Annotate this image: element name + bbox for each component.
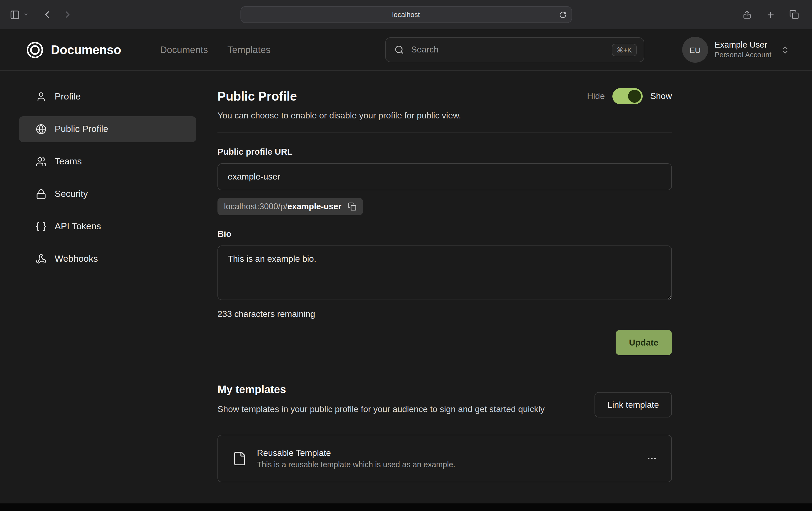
search-input[interactable] [410,44,606,55]
app-header: Documenso Documents Templates ⌘+K EU Exa… [0,29,812,71]
chevron-down-icon[interactable] [23,12,29,17]
profile-url-label: Public profile URL [218,147,672,157]
browser-window-controls [742,10,812,20]
page-title: Public Profile [218,89,297,103]
nav-templates[interactable]: Templates [228,44,271,55]
update-button[interactable]: Update [616,330,672,355]
sidebar-item-label: Webhooks [55,253,98,264]
panel-left-icon[interactable] [10,9,20,20]
hide-label: Hide [587,91,605,101]
template-description: This is a reusable template which is use… [257,460,455,469]
app-window: localhost Documenso [0,0,812,511]
toggle-knob [628,90,641,103]
ellipsis-icon [646,453,657,464]
braces-icon [36,221,47,232]
plus-icon[interactable] [766,10,775,19]
profile-url-text: localhost:3000/p/example-user [224,202,341,211]
back-icon[interactable] [42,9,53,20]
page-subtitle: You can choose to enable or disable your… [218,111,672,121]
avatar: EU [682,37,708,63]
link-template-button[interactable]: Link template [594,392,672,417]
template-card-text: Reusable Template This is a reusable tem… [257,448,455,469]
bio-label: Bio [218,229,672,239]
address-bar[interactable]: localhost [240,6,572,23]
profile-visibility-toggle[interactable] [612,88,643,104]
sidebar-item-label: API Tokens [55,221,101,232]
my-templates-title: My templates [218,383,545,396]
browser-nav-controls [0,9,73,20]
copy-icon [348,202,356,211]
address-bar-url: localhost [392,10,420,19]
my-templates-description: Show templates in your public profile fo… [218,402,545,417]
profile-url-input[interactable] [218,163,672,190]
search-icon [395,45,404,55]
template-card: Reusable Template This is a reusable tem… [218,435,672,482]
visibility-toggle-group: Hide Show [587,88,672,104]
documenso-logo-icon [26,41,44,59]
template-title: Reusable Template [257,448,455,458]
share-icon[interactable] [742,10,752,20]
forward-icon[interactable] [62,9,73,20]
profile-url-copy-pill[interactable]: localhost:3000/p/example-user [218,198,363,215]
sidebar-item-label: Teams [55,156,82,167]
chevrons-up-down-icon [781,45,790,54]
settings-sidebar: Profile Public Profile Teams Security [19,84,196,278]
sidebar-item-api-tokens[interactable]: API Tokens [19,214,196,240]
sidebar-item-security[interactable]: Security [19,181,196,207]
global-search[interactable]: ⌘+K [385,37,644,62]
public-profile-settings: Public Profile Hide Show You can choose … [218,84,672,482]
characters-remaining: 233 characters remaining [218,309,672,319]
user-account-type: Personal Account [715,51,772,60]
bio-textarea[interactable]: This is an example bio. [218,245,672,300]
sidebar-item-label: Profile [55,91,81,102]
sidebar-item-public-profile[interactable]: Public Profile [19,116,196,142]
main-nav: Documents Templates [160,44,271,55]
users-icon [36,156,47,167]
user-icon [36,91,47,102]
browser-toolbar: localhost [0,0,812,29]
sidebar-item-teams[interactable]: Teams [19,149,196,175]
profile-url-slug: example-user [287,202,341,211]
reload-icon[interactable] [559,11,567,19]
webhook-icon [36,253,47,264]
divider [218,132,672,133]
search-shortcut-badge: ⌘+K [612,43,637,56]
user-name: Example User [715,39,772,50]
sidebar-item-label: Security [55,189,88,200]
templates-header-text: My templates Show templates in your publ… [218,383,545,417]
sidebar-item-profile[interactable]: Profile [19,84,196,110]
account-menu[interactable]: EU Example User Personal Account [682,37,790,63]
file-icon [232,451,247,466]
sidebar-item-webhooks[interactable]: Webhooks [19,246,196,272]
window-bottom-edge [0,504,812,511]
brand-link[interactable]: Documenso [26,41,121,59]
sidebar-item-label: Public Profile [55,124,108,134]
globe-icon [36,124,47,134]
brand-name: Documenso [51,42,121,57]
settings-layout: Profile Public Profile Teams Security [0,71,812,482]
nav-documents[interactable]: Documents [160,44,208,55]
lock-icon [36,189,47,200]
template-menu-button[interactable] [646,453,657,464]
tabs-icon[interactable] [789,10,799,20]
show-label: Show [650,91,672,101]
